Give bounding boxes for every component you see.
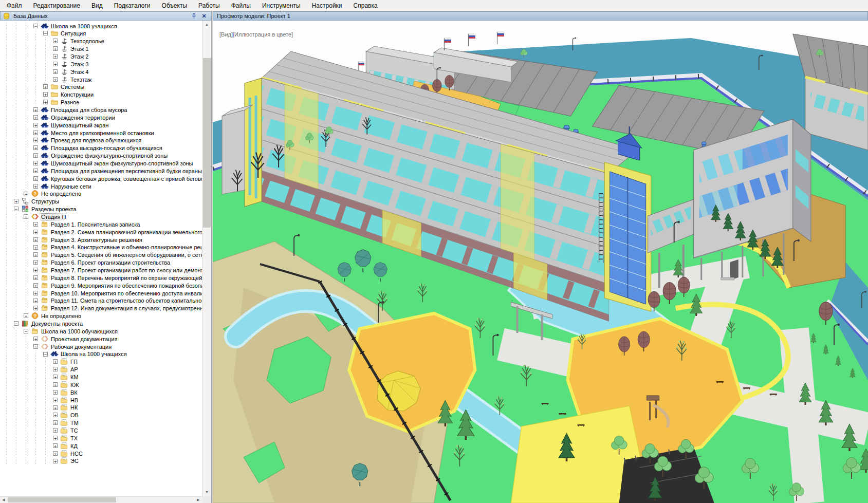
expand-toggle[interactable]: + bbox=[53, 459, 58, 463]
expand-toggle[interactable]: + bbox=[53, 382, 58, 387]
expand-toggle[interactable]: + bbox=[33, 145, 38, 150]
tree-item[interactable]: +?Не определено bbox=[0, 312, 202, 320]
tree-item[interactable]: +ВК bbox=[0, 388, 202, 396]
tree-item[interactable]: +КМ bbox=[0, 374, 202, 381]
tree-item[interactable]: +Техподполье bbox=[0, 38, 202, 45]
menu-item-3[interactable]: Подкаталоги bbox=[108, 1, 156, 11]
expand-toggle[interactable]: + bbox=[33, 153, 38, 158]
expand-toggle[interactable]: + bbox=[33, 252, 38, 257]
close-icon[interactable]: ✕ bbox=[200, 12, 208, 20]
expand-toggle[interactable]: + bbox=[33, 138, 38, 142]
expand-toggle[interactable]: + bbox=[53, 69, 58, 74]
expand-toggle[interactable]: + bbox=[53, 46, 58, 51]
expand-toggle[interactable]: + bbox=[33, 237, 38, 242]
tree-item[interactable]: +Место для кратковременной остановки bbox=[0, 129, 202, 137]
menu-item-7[interactable]: Инструменты bbox=[256, 1, 306, 11]
expand-toggle[interactable]: − bbox=[43, 31, 48, 35]
expand-toggle[interactable]: + bbox=[33, 299, 38, 303]
tree-item[interactable]: −Школа на 1000 обучающихся bbox=[0, 327, 202, 335]
expand-toggle[interactable]: + bbox=[33, 176, 38, 181]
tree-item[interactable]: +Проезд для подвоза обучающихся bbox=[0, 137, 202, 144]
tree-item[interactable]: +Площадка для размещения перспективной б… bbox=[0, 167, 202, 175]
menu-item-0[interactable]: Файл bbox=[1, 1, 28, 11]
tree-item[interactable]: +ТХ bbox=[0, 434, 202, 442]
tree-item[interactable]: +Ограждения территории bbox=[0, 114, 202, 121]
menu-item-8[interactable]: Настройки bbox=[306, 1, 348, 11]
scroll-down-arrow[interactable]: ▼ bbox=[202, 488, 211, 496]
tree-item[interactable]: +?Не определено bbox=[0, 190, 202, 198]
expand-toggle[interactable]: + bbox=[24, 313, 28, 318]
expand-toggle[interactable]: + bbox=[14, 199, 19, 203]
expand-toggle[interactable]: + bbox=[33, 291, 38, 295]
expand-toggle[interactable]: + bbox=[53, 390, 58, 395]
expand-toggle[interactable]: − bbox=[24, 214, 28, 219]
expand-toggle[interactable]: + bbox=[33, 131, 38, 135]
expand-toggle[interactable]: + bbox=[33, 337, 38, 341]
tree-item[interactable]: +ГП bbox=[0, 358, 202, 366]
tree-item[interactable]: +Раздел 8. Перечень мероприятий по охран… bbox=[0, 274, 202, 282]
expand-toggle[interactable]: + bbox=[53, 413, 58, 417]
tree-item[interactable]: +Круговая беговая дорожка, совмещенная с… bbox=[0, 175, 202, 182]
menu-item-2[interactable]: Вид bbox=[86, 1, 108, 11]
tree-item[interactable]: −Разделы проекта bbox=[0, 206, 202, 213]
menu-item-9[interactable]: Справка bbox=[348, 1, 383, 11]
expand-toggle[interactable]: + bbox=[24, 192, 28, 196]
tree-item[interactable]: +ТС bbox=[0, 427, 202, 435]
menu-item-4[interactable]: Объекты bbox=[156, 1, 193, 11]
expand-toggle[interactable]: + bbox=[33, 230, 38, 234]
tree-item[interactable]: +Наружные сети bbox=[0, 182, 202, 190]
menu-item-6[interactable]: Файлы bbox=[226, 1, 256, 11]
tree-item[interactable]: +ЭС bbox=[0, 457, 202, 465]
model-3d-scene[interactable] bbox=[213, 21, 868, 503]
expand-toggle[interactable]: + bbox=[33, 107, 38, 112]
tree-item[interactable]: +Этаж 2 bbox=[0, 52, 202, 60]
tree-item[interactable]: +Системы bbox=[0, 83, 202, 91]
expand-toggle[interactable]: + bbox=[33, 260, 38, 265]
expand-toggle[interactable]: + bbox=[53, 451, 58, 456]
scroll-left-arrow[interactable]: ◀ bbox=[0, 497, 7, 503]
expand-toggle[interactable]: + bbox=[53, 54, 58, 59]
expand-toggle[interactable]: + bbox=[33, 115, 38, 120]
tree-item[interactable]: +Шумозащитный экран физкультурно-спортив… bbox=[0, 159, 202, 167]
tree-item[interactable]: +Техэтаж bbox=[0, 76, 202, 83]
model-3d-canvas[interactable]: [Вид][Иллюстрация в цвете] bbox=[213, 21, 868, 503]
tree-item[interactable]: −Рабочая документация bbox=[0, 343, 202, 350]
tree-item[interactable]: +Площадка высадки-посадки обучающихся bbox=[0, 144, 202, 152]
expand-toggle[interactable]: + bbox=[33, 245, 38, 250]
expand-toggle[interactable]: + bbox=[43, 100, 48, 104]
tree-item[interactable]: +Площадка для сбора мусора bbox=[0, 106, 202, 114]
pin-icon[interactable] bbox=[190, 12, 198, 20]
tree-item[interactable]: +ОВ bbox=[0, 412, 202, 419]
menu-item-5[interactable]: Работы bbox=[193, 1, 226, 11]
tree-item[interactable]: +ТМ bbox=[0, 419, 202, 427]
tree-item[interactable]: +НК bbox=[0, 404, 202, 412]
expand-toggle[interactable]: + bbox=[53, 359, 58, 364]
expand-toggle[interactable]: + bbox=[33, 161, 38, 165]
expand-toggle[interactable]: − bbox=[14, 207, 19, 211]
tree-item[interactable]: +НВ bbox=[0, 396, 202, 404]
expand-toggle[interactable]: + bbox=[33, 222, 38, 227]
expand-toggle[interactable]: − bbox=[33, 24, 38, 28]
tree-item[interactable]: +КД bbox=[0, 442, 202, 450]
tree-item[interactable]: +Раздел 5. Сведения об инженерном оборуд… bbox=[0, 251, 202, 259]
expand-toggle[interactable]: + bbox=[53, 443, 58, 448]
expand-toggle[interactable]: + bbox=[33, 283, 38, 288]
tree-item[interactable]: +Шумозащитный экран bbox=[0, 121, 202, 129]
expand-toggle[interactable]: + bbox=[53, 375, 58, 379]
tree-item[interactable]: +Проектная документация bbox=[0, 335, 202, 343]
expand-toggle[interactable]: + bbox=[33, 275, 38, 280]
expand-toggle[interactable]: + bbox=[53, 420, 58, 425]
tree-item[interactable]: +Структуры bbox=[0, 198, 202, 206]
tree-item[interactable]: +Ограждение физкультурно-спортивной зоны bbox=[0, 152, 202, 160]
scroll-right-arrow[interactable]: ▶ bbox=[195, 497, 202, 503]
tree-item[interactable]: +АР bbox=[0, 366, 202, 374]
expand-toggle[interactable]: + bbox=[43, 92, 48, 97]
tree-item[interactable]: +Раздел 11. Смета на строительство объек… bbox=[0, 297, 202, 305]
expand-toggle[interactable]: − bbox=[43, 352, 48, 357]
expand-toggle[interactable]: + bbox=[53, 428, 58, 433]
tree-item[interactable]: +Этаж 3 bbox=[0, 60, 202, 68]
expand-toggle[interactable]: + bbox=[33, 268, 38, 272]
tree-item[interactable]: +Раздел 4. Конструктивные и объемно-план… bbox=[0, 244, 202, 251]
tree-vertical-scrollbar[interactable]: ▲ ▼ bbox=[202, 21, 211, 496]
tree-item[interactable]: −Школа на 1000 учащихся bbox=[0, 22, 202, 30]
